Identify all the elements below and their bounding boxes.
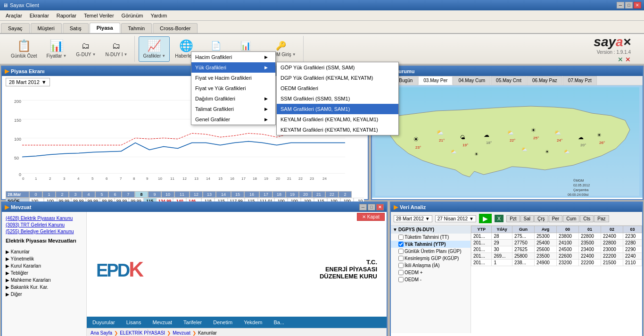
toolbar-btn-grafikler[interactable]: 📈 Grafikler ▼: [139, 36, 170, 62]
kgup-checkbox[interactable]: [398, 256, 404, 261]
nav-mevzuat[interactable]: Mevzuat: [147, 317, 178, 328]
tab-satis[interactable]: Satış: [63, 23, 89, 33]
veri-play-button[interactable]: ▶: [479, 214, 492, 223]
day-btn-paz[interactable]: Paz: [594, 215, 609, 222]
veri-tree: ▼ DGPYS (N-DUY) Tüketim Tahmini (TT) Yük…: [391, 226, 471, 333]
submenu-oedm[interactable]: OEDM Grafikleri: [277, 83, 398, 93]
menu-item-araclar[interactable]: Araçlar: [2, 12, 26, 19]
menu-item-ekranlar[interactable]: Ekranlar: [26, 12, 53, 19]
toolbar-btn-gunluk-ozet[interactable]: 📋 Günlük Özet: [7, 36, 41, 62]
hacim-submenu-arrow: ▶: [264, 55, 268, 59]
piyasa-date-selector[interactable]: 28 Mart 2012 ▼: [6, 78, 50, 86]
breadcrumb-ana-sayfa[interactable]: Ana Sayfa: [91, 330, 112, 336]
veri-date-from[interactable]: 28 Mart 2012 ▼: [394, 215, 432, 222]
tt-checkbox[interactable]: [398, 235, 404, 240]
mevzuat-close-btn[interactable]: ✕: [376, 204, 384, 210]
breadcrumb-mevzuat[interactable]: Mevzuat: [173, 330, 190, 336]
gup-checkbox[interactable]: [398, 249, 404, 254]
weather-tab-06may[interactable]: 06.May Paz: [527, 76, 562, 85]
nav-duyurular[interactable]: Duyurular: [87, 317, 121, 328]
menu-talimat[interactable]: Talimat Grafikleri ▶: [191, 104, 275, 114]
submenu-gop[interactable]: GÖP Yük Grafikleri (SSM, SAM): [277, 62, 398, 73]
menu-yonetmelik[interactable]: ▶ Yönetmelik: [6, 255, 83, 262]
close-button[interactable]: ✕: [634, 2, 641, 8]
nav-yekdem[interactable]: Yekdem: [238, 317, 268, 328]
menu-bakanlik[interactable]: ▶ Bakanlık Kur. Kar.: [6, 284, 83, 291]
submenu-keyatm[interactable]: KEYATM Grafikleri (KEYATM0, KEYATM1): [277, 125, 398, 135]
day-btn-cts[interactable]: Cts: [580, 215, 594, 222]
veri-excel-button[interactable]: X: [495, 215, 504, 222]
veri-tree-root[interactable]: ▼ DGPYS (N-DUY): [391, 226, 471, 234]
tab-piyasa[interactable]: Piyasa: [90, 23, 120, 33]
minimize-button[interactable]: ─: [617, 2, 624, 8]
col-yilay: YılAy: [492, 226, 512, 233]
mevzuat-minimize-btn[interactable]: ─: [359, 204, 367, 210]
menu-item-temel-veriler[interactable]: Temel Veriler: [80, 12, 118, 19]
menu-genel[interactable]: Genel Grafikler ▶: [191, 114, 275, 125]
toolbar-btn-nduy[interactable]: 🗂 N-DUY I ▼: [101, 36, 132, 62]
oedm-plus-checkbox[interactable]: [398, 270, 404, 275]
breadcrumb-elektrik[interactable]: ELEKTRİK PİYASASI: [120, 330, 165, 336]
nav-lisans[interactable]: Lisans: [121, 317, 147, 328]
menu-kanunlar[interactable]: ▶ Kanunlar: [6, 248, 83, 255]
ytp-checkbox[interactable]: [398, 242, 404, 247]
menu-item-raporlar[interactable]: Raporlar: [53, 12, 80, 19]
veri-tree-tt[interactable]: Tüketim Tahmini (TT): [391, 234, 471, 241]
mevzuat-kapat-button[interactable]: ✕ Kapat: [357, 213, 385, 221]
veri-tree-gup[interactable]: Günlük Üretim Planı (GÜP): [391, 248, 471, 255]
tab-musteri[interactable]: Müşteri: [31, 23, 62, 33]
nav-denetim[interactable]: Denetim: [207, 317, 238, 328]
menu-dagilim[interactable]: Dağılım Grafikleri ▶: [191, 93, 275, 104]
weather-tabs: Uydu Bugün 03.May Per 04.May Cum 05.May …: [372, 76, 643, 85]
duzenleme-text: DÜZENLEME KURU: [320, 273, 377, 280]
nav-tarifeler[interactable]: Tarifeler: [178, 317, 207, 328]
submenu-sam[interactable]: SAM Grafikleri (SAM0, SAM1): [277, 104, 398, 114]
menu-tebligler[interactable]: ▶ Tebliğler: [6, 269, 83, 277]
weather-tab-07may[interactable]: 07.May Pzt: [563, 76, 597, 85]
day-btn-pzt[interactable]: Pzt: [506, 215, 520, 222]
day-btn-sal[interactable]: Sal: [520, 215, 534, 222]
day-btn-crs[interactable]: Çrş: [534, 215, 548, 222]
menu-kurul-kararlari[interactable]: ▶ Kurul Kararları: [6, 262, 83, 269]
toolbar-btn-fiyatlar[interactable]: 📊 Fiyatlar ▼: [42, 36, 71, 62]
day-btn-per[interactable]: Per: [549, 215, 563, 222]
mevzuat-maximize-btn[interactable]: □: [368, 204, 375, 210]
menu-fiyat-yuk[interactable]: Fiyat ve Yük Grafikleri: [191, 83, 275, 93]
nduy-arrow: ▼: [124, 52, 128, 57]
veri-tree-oedm-plus[interactable]: OEDM +: [391, 269, 471, 276]
weather-tab-04may[interactable]: 04.May Cum: [453, 76, 490, 85]
ia-checkbox[interactable]: [398, 263, 404, 268]
day-btn-cum[interactable]: Cum: [563, 215, 579, 222]
veri-tree-ytp[interactable]: Yük Tahmini (YTP): [391, 241, 471, 248]
menu-item-gorunum[interactable]: Görünüm: [118, 12, 147, 19]
veri-tree-kgup[interactable]: Kesinleşmiş GÜP (KGÜP): [391, 255, 471, 262]
submenu-dgp[interactable]: DGP Yük Grafikleri (KEYALM, KEYATM): [277, 73, 398, 83]
menu-mahkeme[interactable]: ▶ Mahkeme Kararları: [6, 277, 83, 284]
toolbar-btn-gduy[interactable]: 🗂 G-DUY ▼: [72, 36, 100, 62]
tree-root-label: DGPYS (N-DUY): [398, 227, 434, 232]
menu-item-yardim[interactable]: Yardım: [147, 12, 171, 19]
submenu-ssm[interactable]: SSM Grafikleri (SSM0, SSM1): [277, 93, 398, 104]
maximize-button[interactable]: □: [625, 2, 633, 8]
weather-map: ☀ ⛅ 🌤 ☁ ⛅ ☀ ⛅ ☁ ☀ ⛅ ☀ ⛅ ☀ ⛅ 23° 21° 19° …: [372, 85, 643, 198]
submenu-keyalm[interactable]: KEYALM Grafikleri (KEYALM0, KEYALM1): [277, 114, 398, 125]
keyalm-label: KEYALM Grafikleri (KEYALM0, KEYALM1): [281, 117, 378, 122]
veri-date-to[interactable]: 27 Nisan 2012 ▼: [435, 215, 476, 222]
menu-fiyat-hacim[interactable]: Fiyat ve Hacim Grafikleri: [191, 73, 275, 83]
link-5255[interactable]: (5255) Belediye Gelirleri Kanunu: [6, 229, 83, 234]
menu-diger[interactable]: ▶ Diğer: [6, 291, 83, 298]
weather-tab-03may[interactable]: 03.May Per: [418, 76, 453, 85]
tt-label: Tüketim Tahmini (TT): [405, 235, 449, 240]
veri-tree-ia[interactable]: İkili Anlaşma (İA): [391, 262, 471, 269]
menu-hacim-grafikleri[interactable]: Hacim Grafikleri ▶: [191, 52, 275, 62]
tab-tahmin[interactable]: Tahmin: [121, 23, 152, 33]
nav-ba[interactable]: Ba...: [268, 317, 290, 328]
link-3093[interactable]: (3093) TRT Gelirleri Kanunu: [6, 222, 83, 227]
menu-yuk-grafikleri[interactable]: Yük Grafikleri ▶: [191, 62, 275, 73]
weather-tab-05may[interactable]: 05.May Cmt: [491, 76, 527, 85]
tab-crossborder[interactable]: Cross-Border: [153, 23, 198, 33]
veri-tree-oedm-minus[interactable]: OEDM -: [391, 276, 471, 283]
oedm-minus-checkbox[interactable]: [398, 277, 404, 282]
tab-sayac[interactable]: Sayaç: [1, 23, 30, 33]
link-4628[interactable]: (4628) Elektrik Piyasası Kanunu: [6, 216, 83, 221]
